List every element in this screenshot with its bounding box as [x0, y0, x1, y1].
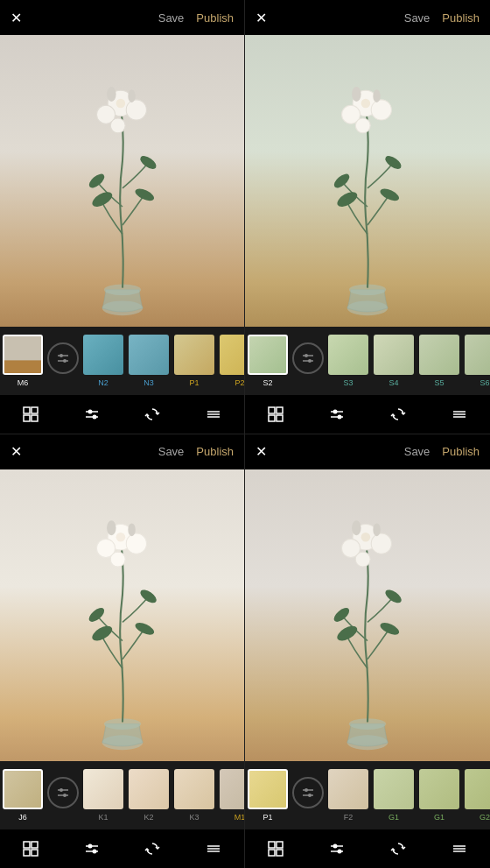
filter-m1[interactable]: M1: [217, 769, 244, 822]
filter-k2[interactable]: K2: [126, 769, 172, 822]
svg-point-52: [333, 409, 338, 413]
close-button-2[interactable]: ✕: [256, 10, 267, 26]
filter-label-k2: K2: [144, 813, 153, 822]
filter-thumb-s2: [248, 335, 288, 375]
filter-k1[interactable]: K1: [80, 769, 126, 822]
svg-rect-76: [32, 842, 38, 848]
menu-tool-3[interactable]: [198, 833, 229, 864]
filter-thumb-m1: [220, 769, 244, 809]
top-bar-4: ✕ Save Publish: [245, 434, 490, 469]
svg-point-108: [333, 844, 338, 849]
menu-tool-1[interactable]: [198, 399, 229, 430]
filter-m6[interactable]: M6: [0, 335, 46, 387]
rotate-icon-2: [389, 406, 407, 423]
flower-illustration-1: [24, 50, 220, 327]
filter-label-s5: S5: [434, 378, 444, 387]
menu-icon-4: [451, 840, 468, 857]
filter-n2[interactable]: N2: [80, 335, 126, 387]
filter-j6[interactable]: J6: [0, 769, 46, 822]
filter-label-s3: S3: [343, 378, 353, 387]
close-button-3[interactable]: ✕: [10, 443, 22, 460]
filter-icon-circle-3: [47, 777, 79, 808]
filter-thumb-p1: [174, 335, 214, 375]
filter-s2[interactable]: S2: [245, 335, 290, 387]
rotate-tool-4[interactable]: [382, 833, 414, 864]
svg-rect-78: [32, 850, 38, 856]
filter-strip-3: J6 K1 K2: [0, 761, 244, 829]
publish-button-4[interactable]: Publish: [442, 445, 480, 458]
sliders-tool-1[interactable]: [76, 399, 108, 430]
grid-tool-4[interactable]: [260, 833, 291, 864]
svg-point-67: [126, 533, 146, 554]
save-button-1[interactable]: Save: [158, 11, 185, 25]
filter-p1[interactable]: P1: [172, 335, 217, 387]
filter-p1b[interactable]: P1: [245, 769, 290, 822]
flower-illustration-2: [270, 50, 466, 327]
photo-area-1: [0, 35, 244, 327]
svg-point-72: [60, 788, 63, 792]
publish-button-3[interactable]: Publish: [196, 445, 234, 458]
filter-strip-2: S2 S3 S4: [245, 327, 490, 395]
menu-tool-2[interactable]: [444, 399, 475, 430]
close-button-1[interactable]: ✕: [10, 10, 22, 26]
filter-g1[interactable]: G1: [416, 769, 462, 822]
filter-s5[interactable]: S5: [416, 335, 462, 387]
svg-point-60: [89, 623, 114, 644]
filter-g1b[interactable]: G1: [371, 769, 416, 822]
svg-point-40: [355, 118, 370, 133]
svg-rect-19: [24, 407, 30, 413]
filter-icon-3[interactable]: [46, 777, 80, 814]
filter-thumb-s6: [465, 335, 490, 375]
sliders-tool-2[interactable]: [321, 399, 353, 430]
panel-1: ✕ Save Publish: [0, 0, 245, 434]
panel-4: ✕ Save Publish: [245, 434, 490, 869]
close-button-4[interactable]: ✕: [256, 443, 267, 460]
svg-point-100: [304, 788, 308, 792]
bottom-toolbar-4: [245, 829, 490, 868]
menu-tool-4[interactable]: [444, 833, 475, 864]
menu-icon-1: [205, 406, 222, 423]
filter-label-g1: G1: [434, 813, 444, 822]
rotate-tool-1[interactable]: [136, 399, 168, 430]
sliders-small-icon-2: [300, 350, 316, 366]
filter-icon-2[interactable]: [290, 342, 326, 379]
svg-point-3: [87, 171, 107, 190]
filter-n3[interactable]: N3: [126, 335, 172, 387]
svg-point-88: [335, 623, 360, 644]
panel-3: ✕ Save Publish: [0, 434, 245, 869]
sliders-tool-4[interactable]: [321, 833, 353, 864]
filter-label-s4: S4: [388, 378, 398, 387]
filter-s6[interactable]: S6: [462, 335, 490, 387]
publish-button-2[interactable]: Publish: [442, 11, 480, 25]
filter-label-m6: M6: [18, 378, 29, 387]
grid-tool-3[interactable]: [15, 833, 46, 864]
filter-s4[interactable]: S4: [371, 335, 416, 387]
filter-icon-circle-1: [47, 342, 79, 374]
save-button-3[interactable]: Save: [158, 445, 185, 458]
filter-k3[interactable]: K3: [172, 769, 217, 822]
grid-tool-2[interactable]: [260, 399, 291, 430]
save-button-4[interactable]: Save: [404, 445, 430, 458]
menu-icon-3: [205, 840, 222, 857]
svg-point-12: [128, 89, 135, 102]
save-button-2[interactable]: Save: [404, 11, 430, 25]
svg-point-34: [379, 186, 401, 202]
filter-g2[interactable]: G2: [462, 769, 490, 822]
filter-f2[interactable]: F2: [326, 769, 371, 822]
rotate-icon-1: [144, 406, 161, 423]
sliders-small-icon-4: [300, 785, 316, 801]
filter-p2[interactable]: P2: [217, 335, 244, 387]
rotate-tool-2[interactable]: [382, 399, 414, 430]
sliders-tool-3[interactable]: [76, 833, 108, 864]
filter-s3[interactable]: S3: [326, 335, 371, 387]
panel-2: ✕ Save Publish: [245, 0, 490, 434]
svg-point-80: [88, 844, 92, 849]
svg-point-54: [338, 414, 342, 419]
bottom-toolbar-2: [245, 395, 490, 434]
rotate-tool-3[interactable]: [136, 833, 168, 864]
filter-icon-1[interactable]: [46, 342, 80, 379]
top-bar-actions-1: Save Publish: [158, 11, 234, 25]
filter-icon-4[interactable]: [290, 777, 326, 814]
grid-tool-1[interactable]: [15, 399, 46, 430]
publish-button-1[interactable]: Publish: [196, 11, 234, 25]
